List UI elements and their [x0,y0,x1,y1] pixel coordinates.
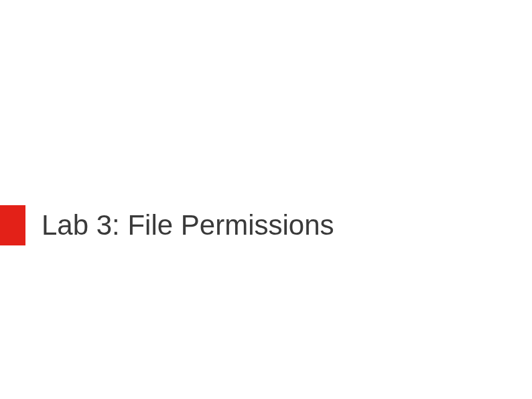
title-row: Lab 3: File Permissions [0,205,334,245]
title-slide: Lab 3: File Permissions [0,0,532,399]
accent-bar [0,205,25,245]
slide-title: Lab 3: File Permissions [42,210,334,241]
